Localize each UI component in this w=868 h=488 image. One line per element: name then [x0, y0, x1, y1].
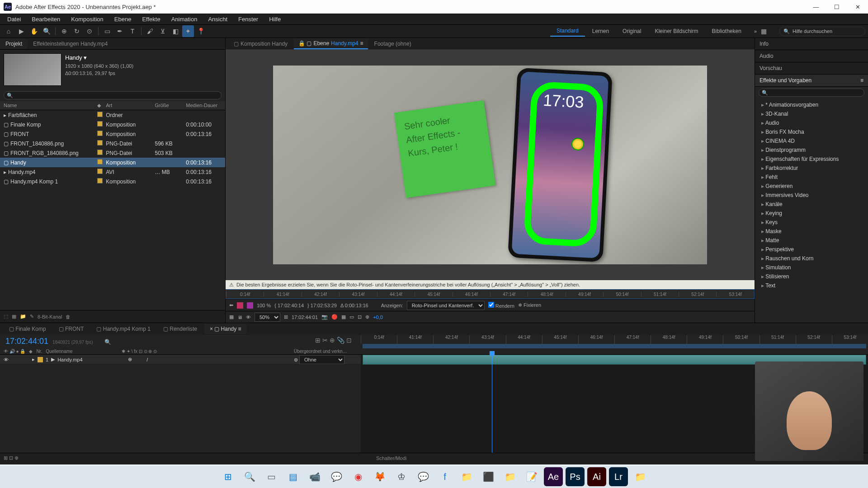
taskbar-app[interactable]: Lr	[609, 467, 628, 486]
mini-tick[interactable]: 53:14f	[716, 292, 754, 297]
project-item[interactable]: ▸FarbflächenOrdner	[0, 110, 225, 120]
menu-datei[interactable]: Datei	[3, 14, 25, 24]
roto-fg-icon[interactable]	[237, 302, 243, 309]
brush-tool[interactable]: 🖌	[144, 25, 156, 37]
tab-effect-controls[interactable]: Effekteinstellungen Handy.mp4	[28, 39, 113, 49]
preset-category[interactable]: Perspektive	[755, 245, 868, 254]
project-search-input[interactable]	[4, 91, 222, 99]
mini-tick[interactable]: 0:14f	[226, 292, 264, 297]
taskbar-app[interactable]: Ps	[566, 467, 585, 486]
mini-tick[interactable]: 41:14f	[264, 292, 301, 297]
help-search[interactable]: 🔍 Hilfe durchsuchen	[779, 27, 865, 36]
res-icon[interactable]: ▦	[341, 314, 346, 320]
taskbar-app[interactable]: 💬	[414, 467, 433, 486]
preset-category[interactable]: Keying	[755, 209, 868, 218]
selection-tool[interactable]: ▶	[15, 25, 27, 37]
workspace-kleiner bildschirm[interactable]: Kleiner Bildschirm	[648, 26, 704, 36]
preset-category[interactable]: Text	[755, 281, 868, 290]
roto-in[interactable]: 17:02:40:14	[278, 303, 304, 308]
text-tool[interactable]: T	[127, 25, 138, 37]
close-button[interactable]: ✕	[847, 0, 868, 14]
ruler-tick[interactable]: 45:14f	[542, 335, 578, 344]
ruler-tick[interactable]: 53:14f	[832, 335, 868, 344]
preset-category[interactable]: Simulation	[755, 263, 868, 272]
mini-tick[interactable]: 44:14f	[377, 292, 415, 297]
home-icon[interactable]: ⌂	[3, 25, 14, 37]
eraser-tool[interactable]: ◧	[170, 25, 181, 37]
roto-render-check[interactable]: Rendern	[488, 302, 514, 309]
work-area-bar[interactable]	[363, 344, 866, 348]
taskbar-app[interactable]: ◉	[349, 467, 368, 486]
menu-hilfe[interactable]: Hilfe	[264, 14, 285, 24]
menu-effekte[interactable]: Effekte	[137, 14, 165, 24]
ruler-tick[interactable]: 48:14f	[651, 335, 687, 344]
preset-category[interactable]: Immersives Video	[755, 191, 868, 200]
ruler-tick[interactable]: 41:14f	[397, 335, 433, 344]
panel-preview[interactable]: Vorschau	[755, 62, 868, 75]
mini-tick[interactable]: 45:14f	[415, 292, 452, 297]
parent-select[interactable]: Ohne	[299, 355, 344, 364]
workspace-bibliotheken[interactable]: Bibliotheken	[705, 26, 747, 36]
timeline-timecode[interactable]: 17:02:44:01	[5, 337, 48, 346]
taskbar-app[interactable]: ⊞	[218, 467, 237, 486]
menu-ansicht[interactable]: Ansicht	[203, 14, 232, 24]
preset-category[interactable]: * Animationsvorgaben	[755, 100, 868, 109]
taskbar-app[interactable]: f	[435, 467, 454, 486]
ruler-tick[interactable]: 43:14f	[469, 335, 505, 344]
new-comp-icon[interactable]: ▦	[12, 314, 16, 319]
exposure-adjust[interactable]: +0,0	[373, 314, 383, 320]
new-folder-icon[interactable]: 📁	[20, 314, 26, 319]
taskbar-app[interactable]: 🦊	[370, 467, 389, 486]
project-item[interactable]: ▸Handy.mp4AVI… MB0:00:13:16	[0, 167, 225, 177]
roto-show-select[interactable]: Roto-Pinsel und Kantenverf.	[407, 301, 485, 310]
taskbar-app[interactable]: Ai	[587, 467, 606, 486]
zoom-tool[interactable]: 🔍	[41, 25, 52, 37]
col-duration[interactable]: Medien-Dauer	[186, 103, 222, 108]
layer-fx[interactable]: /	[146, 357, 148, 362]
taskbar-app[interactable]: ▭	[262, 467, 281, 486]
channel-icon[interactable]: 🔴	[331, 314, 338, 320]
parent-pickwhip-icon[interactable]: ⊚	[294, 357, 298, 362]
timeline-tab[interactable]: ▢ Renderliste	[158, 324, 203, 334]
hand-tool[interactable]: ✋	[28, 25, 40, 37]
tl-icon-4[interactable]: 📎	[337, 337, 344, 344]
menu-ebene[interactable]: Ebene	[110, 14, 136, 24]
preset-category[interactable]: Boris FX Mocha	[755, 127, 868, 136]
ruler-tick[interactable]: 51:14f	[760, 335, 796, 344]
menu-bearbeiten[interactable]: Bearbeiten	[27, 14, 65, 24]
roi-icon[interactable]: ▭	[349, 314, 354, 320]
menu-animation[interactable]: Animation	[167, 14, 202, 24]
orbit-tool[interactable]: ⊕	[58, 25, 70, 37]
grid-icon[interactable]: ⊞	[284, 314, 288, 320]
col-type[interactable]: Art	[106, 103, 155, 108]
interpret-icon[interactable]: ⬚	[4, 314, 8, 319]
workspace-original[interactable]: Original	[616, 26, 647, 36]
roto-span-timeline[interactable]: 0:14f41:14f42:14f43:14f44:14f45:14f46:14…	[226, 289, 755, 299]
puppet-tool[interactable]: 📍	[195, 25, 207, 37]
zoom-select[interactable]: 50%	[255, 313, 280, 322]
project-item[interactable]: ▢Finale KompKomposition0:00:10:00	[0, 120, 225, 129]
panel-audio[interactable]: Audio	[755, 50, 868, 62]
project-item[interactable]: ▢FRONTKomposition0:00:13:16	[0, 129, 225, 139]
col-label-icon[interactable]: ◆	[97, 103, 106, 108]
panel-effects[interactable]: Effekte und Vorgaben≡	[755, 75, 868, 87]
mask-toggle-icon[interactable]: 👁	[246, 314, 251, 320]
roto-prev-icon[interactable]: ⬅	[229, 302, 233, 308]
taskbar-app[interactable]: 📁	[457, 467, 476, 486]
mini-tick[interactable]: 43:14f	[339, 292, 377, 297]
more-workspaces-icon[interactable]: »	[754, 28, 757, 34]
panel-info[interactable]: Info	[755, 38, 868, 50]
anchor-tool[interactable]: ⊙	[84, 25, 95, 37]
snapshot-icon[interactable]: 📷	[321, 314, 328, 320]
bit-depth[interactable]: 8-Bit-Kanal	[38, 314, 62, 319]
tl-icon-1[interactable]: ⊞	[315, 337, 321, 344]
project-item[interactable]: ▢Handy.mp4 Komp 1Komposition0:00:13:16	[0, 177, 225, 186]
taskbar-app[interactable]: 📁	[500, 467, 519, 486]
timeline-tab[interactable]: ▢ Finale Komp	[4, 324, 52, 334]
preset-category[interactable]: Generieren	[755, 182, 868, 191]
visibility-icon[interactable]: 👁	[4, 357, 9, 362]
mini-tick[interactable]: 50:14f	[603, 292, 641, 297]
preset-category[interactable]: CINEMA 4D	[755, 136, 868, 145]
col-size[interactable]: Größe	[155, 103, 186, 108]
tl-toggle-icon[interactable]: ⊞ ⊡ ⊕	[4, 455, 19, 461]
